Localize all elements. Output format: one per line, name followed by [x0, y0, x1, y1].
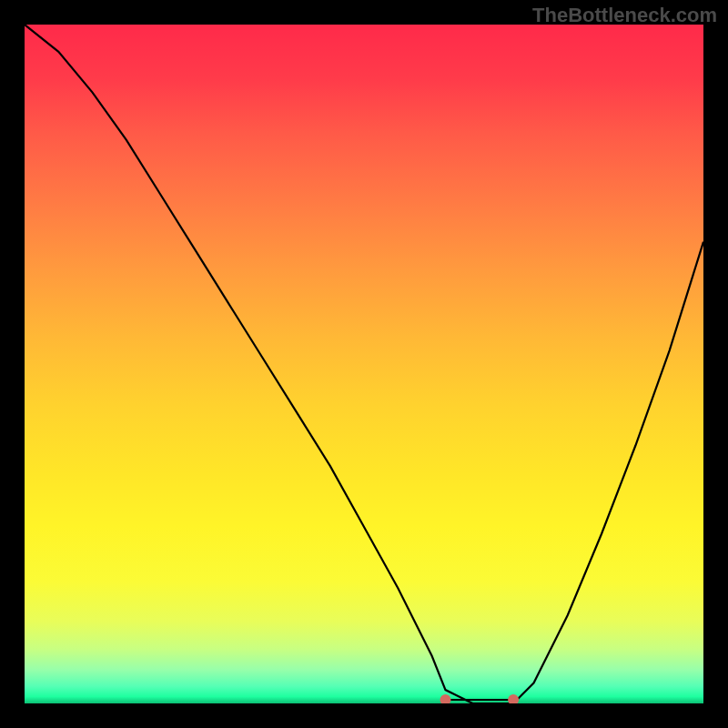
bottleneck-curve-path: [25, 25, 703, 703]
marker-right: [508, 694, 519, 703]
chart-svg: [25, 25, 703, 703]
watermark-text: TheBottleneck.com: [532, 4, 717, 27]
marker-left: [440, 694, 451, 703]
chart-plot-area: [25, 25, 703, 703]
